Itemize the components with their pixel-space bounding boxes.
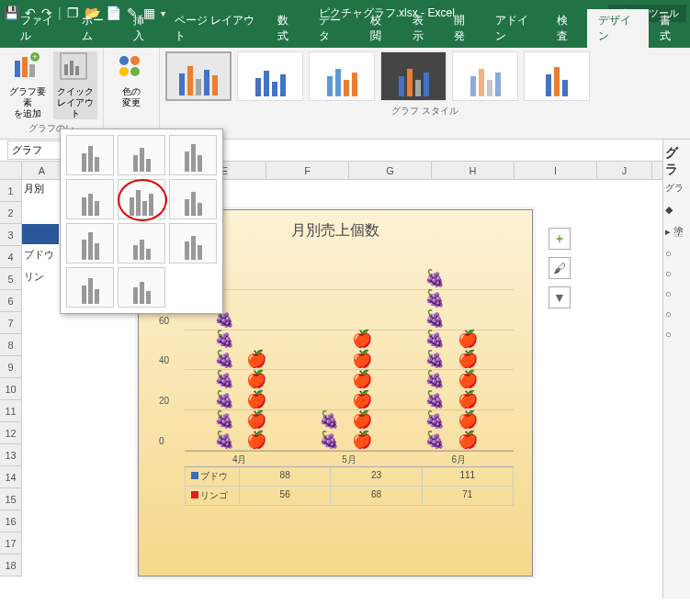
- row-11[interactable]: 11: [0, 400, 22, 422]
- tab-pagelayout[interactable]: ページ レイアウト: [164, 9, 266, 48]
- format-radio-3[interactable]: ○: [665, 288, 688, 299]
- col-g[interactable]: G: [349, 162, 432, 179]
- series-apple-jun[interactable]: 🍎🍎🍎🍎🍎🍎: [455, 330, 481, 451]
- cell-a5[interactable]: リン: [24, 270, 44, 284]
- series-grape-jun[interactable]: 🍇🍇🍇🍇🍇🍇🍇🍇🍇: [422, 269, 447, 451]
- col-a[interactable]: A: [22, 162, 62, 179]
- chart-styles-button[interactable]: 🖌: [549, 257, 571, 279]
- svg-point-9: [119, 56, 129, 65]
- series-grape-may[interactable]: 🍇🍇: [316, 410, 342, 451]
- qat-sep: |: [58, 6, 62, 20]
- series-grape-apr[interactable]: 🍇🍇🍇🍇🍇🍇🍇: [211, 309, 237, 451]
- group-styles-label: グラフ スタイル: [165, 105, 684, 118]
- row-15[interactable]: 15: [0, 488, 22, 510]
- row-12[interactable]: 12: [0, 422, 22, 444]
- tab-review[interactable]: 校閲: [359, 9, 401, 48]
- row-6[interactable]: 6: [0, 290, 22, 312]
- quick-layout-icon: [59, 51, 92, 84]
- row-2[interactable]: 2: [0, 202, 22, 224]
- group-chart-layouts: + グラフ要素 を追加 クイック レイアウト グラフのレ: [0, 48, 104, 139]
- col-h[interactable]: H: [432, 162, 515, 179]
- chart-style-1[interactable]: [165, 51, 232, 101]
- dt-grape-may: 23: [331, 467, 422, 486]
- row-9[interactable]: 9: [0, 356, 22, 378]
- change-colors-button[interactable]: 色の 変更: [109, 51, 153, 108]
- tab-addins[interactable]: アドイン: [484, 9, 546, 48]
- svg-rect-7: [70, 61, 74, 75]
- row-headers: 1 2 3 4 5 6 7 8 9 10 11 12 13 14 15 16 1…: [0, 180, 22, 577]
- ytick-60: 60: [159, 315, 169, 325]
- cell-a3-selected[interactable]: [22, 224, 59, 244]
- format-pane-title: グラ: [665, 145, 688, 178]
- tab-developer[interactable]: 開発: [443, 9, 484, 48]
- tab-home[interactable]: ホーム: [71, 9, 122, 48]
- layout-option-11[interactable]: [118, 267, 165, 308]
- dt-apple-jun: 71: [423, 487, 514, 505]
- row-3[interactable]: 3: [0, 224, 22, 246]
- chart-style-4[interactable]: [380, 51, 447, 101]
- format-pane[interactable]: グラ グラ ◆ ▸ 塗 ○ ○ ○ ○ ○: [662, 140, 690, 599]
- chart-style-5[interactable]: [452, 51, 518, 101]
- tab-insert[interactable]: 挿入: [122, 9, 164, 48]
- chart-filter-button[interactable]: ▼: [549, 286, 571, 308]
- ribbon-tabs: ファイル ホーム 挿入 ページ レイアウト 数式 データ 校閲 表示 開発 アド…: [0, 26, 690, 48]
- cell-a4[interactable]: ブドウ: [24, 248, 54, 262]
- dt-apple-may: 68: [331, 487, 422, 505]
- layout-option-10[interactable]: [66, 267, 114, 308]
- series-apple-apr[interactable]: 🍎🍎🍎🍎🍎: [243, 350, 269, 451]
- format-radio-1[interactable]: ○: [665, 248, 688, 259]
- chart-plot-area[interactable]: 0 20 40 60 80 🍇🍇🍇🍇🍇🍇🍇 🍎🍎🍎🍎🍎 🍇🍇 🍎🍎🍎🍎🍎🍎 🍇🍇…: [185, 250, 514, 452]
- row-17[interactable]: 17: [0, 532, 22, 554]
- format-radio-4[interactable]: ○: [665, 308, 688, 319]
- layout-option-5[interactable]: [118, 179, 165, 219]
- format-fill-icon[interactable]: ◆: [665, 204, 688, 216]
- svg-rect-0: [15, 61, 20, 77]
- format-radio-5[interactable]: ○: [665, 329, 688, 340]
- col-i[interactable]: I: [515, 162, 597, 179]
- col-f[interactable]: F: [266, 162, 349, 179]
- tab-design[interactable]: デザイン: [587, 9, 649, 48]
- row-7[interactable]: 7: [0, 312, 22, 334]
- chart-style-2[interactable]: [237, 51, 303, 101]
- row-18[interactable]: 18: [0, 554, 22, 577]
- quick-layout-button[interactable]: クイック レイアウト: [53, 51, 97, 119]
- col-j[interactable]: J: [597, 162, 652, 179]
- layout-option-3[interactable]: [169, 135, 217, 175]
- tab-inspect[interactable]: 検査: [546, 9, 587, 48]
- svg-rect-1: [22, 57, 28, 77]
- layout-option-6[interactable]: [169, 179, 217, 219]
- layout-option-1[interactable]: [66, 135, 114, 175]
- row-5[interactable]: 5: [0, 268, 22, 290]
- row-10[interactable]: 10: [0, 378, 22, 400]
- series-apple-may[interactable]: 🍎🍎🍎🍎🍎🍎: [349, 330, 375, 451]
- chart-elements-button[interactable]: +: [549, 228, 571, 250]
- format-pane-options: ◆ ▸ 塗 ○ ○ ○ ○ ○: [665, 204, 688, 340]
- layout-option-4[interactable]: [66, 179, 114, 219]
- layout-option-7[interactable]: [66, 223, 114, 263]
- cell-a1[interactable]: 月別: [24, 182, 44, 196]
- chart-side-buttons: + 🖌 ▼: [549, 228, 571, 308]
- tab-format[interactable]: 書式: [649, 9, 690, 48]
- row-13[interactable]: 13: [0, 444, 22, 466]
- name-box[interactable]: グラフ: [7, 140, 61, 160]
- svg-point-10: [130, 56, 140, 65]
- format-radio-2[interactable]: ○: [665, 268, 688, 279]
- xlabel-jun: 6月: [404, 454, 514, 466]
- row-16[interactable]: 16: [0, 510, 22, 532]
- tab-formulas[interactable]: 数式: [266, 9, 308, 48]
- add-chart-element-button[interactable]: + グラフ要素 を追加: [6, 51, 50, 119]
- chart-style-3[interactable]: [309, 51, 375, 101]
- layout-option-9[interactable]: [169, 223, 217, 263]
- tab-data[interactable]: データ: [308, 9, 359, 48]
- chart-x-labels: 4月 5月 6月: [185, 454, 514, 466]
- format-option-1[interactable]: ▸ 塗: [665, 225, 688, 239]
- svg-rect-8: [75, 66, 79, 75]
- chart-style-6[interactable]: [524, 51, 590, 101]
- row-8[interactable]: 8: [0, 334, 22, 356]
- row-4[interactable]: 4: [0, 246, 22, 268]
- layout-option-8[interactable]: [118, 223, 165, 263]
- row-14[interactable]: 14: [0, 466, 22, 488]
- tab-view[interactable]: 表示: [402, 9, 443, 48]
- layout-option-2[interactable]: [118, 135, 165, 175]
- row-1[interactable]: 1: [0, 180, 22, 202]
